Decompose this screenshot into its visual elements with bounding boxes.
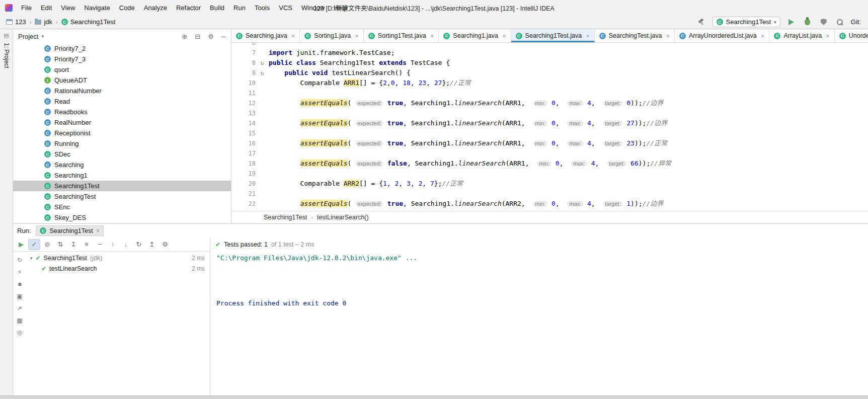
layout-icon[interactable]: ▦ [17, 317, 22, 324]
breadcrumb-item-123[interactable]: 123 [4, 18, 28, 26]
close-icon[interactable]: × [666, 32, 670, 40]
console-output[interactable]: "C:\Program Files\Java\jdk-12.0.2\bin\ja… [210, 252, 868, 395]
run-tab[interactable]: C Searching1Test × [36, 225, 103, 236]
menu-item-code[interactable]: Code [115, 0, 139, 15]
run-gutter-icon[interactable]: ↻ [260, 68, 264, 78]
close-icon[interactable]: × [586, 32, 590, 40]
test-history-button[interactable]: ↻ [133, 239, 145, 250]
menu-item-file[interactable]: File [17, 0, 36, 15]
editor-tab-sorting1-java[interactable]: CSorting1.java× [300, 29, 364, 42]
project-panel-title[interactable]: Project [18, 33, 38, 40]
project-tree-item-read[interactable]: CRead [13, 96, 231, 107]
class-icon: C [679, 33, 686, 39]
project-tree-item-running[interactable]: CRunning [13, 138, 231, 149]
expand-all-button[interactable]: ≡ [81, 239, 93, 250]
show-passed-toggle[interactable]: ✓ [28, 239, 40, 250]
project-tree-item-realnumber[interactable]: CRealNumber [13, 117, 231, 128]
class-icon: C [44, 162, 51, 168]
menu-item-analyze[interactable]: Analyze [139, 0, 172, 15]
build-button[interactable] [696, 17, 706, 27]
menu-item-refactor[interactable]: Refactor [172, 0, 205, 15]
editor-tab-unordered[interactable]: CUnordered× [835, 29, 868, 42]
project-tree-item-skey-des[interactable]: CSkey_DES [13, 212, 231, 223]
hide-panel-button[interactable]: ─ [221, 33, 226, 40]
breadcrumb-method[interactable]: testLinearSearch() [317, 214, 369, 221]
stop-icon[interactable]: ■ [18, 281, 21, 288]
debug-button[interactable] [803, 17, 813, 27]
project-tree-item-readbooks[interactable]: CReadbooks [13, 107, 231, 117]
editor-code-area[interactable]: 67import junit.framework.TestCase;8↻publ… [231, 43, 868, 211]
menu-item-edit[interactable]: Edit [36, 0, 56, 15]
coverage-button[interactable] [819, 17, 829, 27]
locate-file-button[interactable]: ⊕ [182, 33, 187, 40]
collapse-all-button[interactable]: ⊟ [195, 33, 200, 40]
rerun-icon[interactable]: ↻ [17, 257, 22, 264]
editor-tab-arrayunorderedlist-java[interactable]: CArrayUnorderedList.java× [675, 29, 769, 42]
project-tree-item-queueadt[interactable]: IQueueADT [13, 75, 231, 86]
editor-tab-arraylist-java[interactable]: CArrayList.java× [769, 29, 834, 42]
project-tree-item-receptionist[interactable]: CReceptionist [13, 128, 231, 138]
close-icon[interactable]: × [502, 32, 506, 40]
pin-icon[interactable]: ◎ [17, 329, 22, 336]
settings-icon[interactable]: ⚙ [208, 33, 214, 40]
close-icon[interactable]: × [761, 32, 765, 40]
project-tree[interactable]: CPriority7_2CPriority7_3CqsortIQueueADTC… [13, 43, 231, 223]
project-stripe-button[interactable]: 1: Project [3, 43, 10, 68]
project-tree-item-qsort[interactable]: Cqsort [13, 64, 231, 75]
class-icon: C [368, 33, 375, 39]
run-config-selector[interactable]: C Searching1Test ▾ [713, 17, 780, 27]
breadcrumb-item-searching1test[interactable]: CSearching1Test [59, 18, 118, 26]
next-failed-test-button[interactable]: ↓ [120, 239, 132, 250]
close-icon[interactable]: × [826, 32, 830, 40]
menu-item-build[interactable]: Build [205, 0, 229, 15]
chevron-down-icon[interactable]: ▾ [30, 256, 33, 261]
chevron-down-icon: ▾ [774, 20, 776, 25]
project-tree-item-searching[interactable]: CSearching [13, 159, 231, 170]
test-tree-item-testlinearsearch[interactable]: ✔testLinearSearch2 ms [26, 263, 210, 274]
import-test-results-button[interactable]: ↥ [146, 239, 158, 250]
project-tree-item-priority7-3[interactable]: CPriority7_3 [13, 54, 231, 64]
test-settings-button[interactable]: ⚙ [159, 239, 171, 250]
close-icon[interactable]: × [291, 32, 295, 40]
collapse-all-button[interactable]: − [94, 239, 106, 250]
snapshot-icon[interactable]: ▣ [17, 293, 22, 300]
project-tree-item-searching1test[interactable]: CSearching1Test [13, 181, 231, 191]
run-gutter-icon[interactable]: ↻ [260, 58, 264, 68]
git-label[interactable]: Git: [851, 18, 861, 26]
sort-by-duration-toggle[interactable]: ↧ [67, 239, 80, 250]
rerun-tests-button[interactable]: ▶ [15, 239, 27, 250]
editor-tab-searching1-java[interactable]: CSearching1.java× [439, 29, 511, 42]
breadcrumb-item-jdk[interactable]: jdk [33, 18, 54, 26]
editor-tab-sorting1test-java[interactable]: CSorting1Test.java× [364, 29, 439, 42]
project-tree-item-rationalnumber[interactable]: CRationalNumber [13, 86, 231, 96]
project-tree-item-senc[interactable]: CSEnc [13, 202, 231, 212]
project-tree-item-searchingtest[interactable]: CSearchingTest [13, 191, 231, 202]
chevron-down-icon[interactable]: ▾ [41, 34, 44, 39]
close-icon[interactable]: × [355, 32, 359, 40]
menu-item-vcs[interactable]: VCS [274, 0, 297, 15]
menu-item-run[interactable]: Run [229, 0, 250, 15]
menu-item-navigate[interactable]: Navigate [80, 0, 114, 15]
close-icon[interactable]: × [430, 32, 434, 40]
search-everywhere-button[interactable] [835, 17, 845, 27]
menu-item-tools[interactable]: Tools [250, 0, 274, 15]
previous-failed-test-button[interactable]: ↑ [107, 239, 119, 250]
editor-tab-searching-java[interactable]: CSearching.java× [231, 29, 300, 42]
project-tree-item-sdec[interactable]: CSDec [13, 149, 231, 159]
menu-item-view[interactable]: View [56, 0, 80, 15]
breadcrumb-class[interactable]: Searching1Test [264, 214, 307, 221]
export-icon[interactable]: ↗ [17, 305, 22, 312]
test-tree[interactable]: ▾✔Searching1Test(jdk)2 ms✔testLinearSear… [26, 252, 210, 395]
editor-tab-searching1test-java[interactable]: CSearching1Test.java× [511, 29, 595, 42]
run-button[interactable] [786, 17, 797, 27]
close-icon[interactable]: × [96, 227, 100, 234]
tool-window-grid-icon[interactable]: ▤ [4, 32, 9, 39]
project-tree-item-priority7-2[interactable]: CPriority7_2 [13, 43, 231, 54]
show-ignored-toggle[interactable]: ⊘ [41, 239, 53, 250]
test-tree-item-searching1test[interactable]: ▾✔Searching1Test(jdk)2 ms [26, 253, 210, 263]
sort-alphabetically-toggle[interactable]: ⇅ [54, 239, 66, 250]
rerun-failed-icon[interactable]: ⚡ [18, 269, 22, 276]
editor-tab-searchingtest-java[interactable]: CSearchingTest.java× [595, 29, 675, 42]
project-tree-item-searching1[interactable]: CSearching1 [13, 170, 231, 181]
class-icon: C [61, 19, 68, 25]
